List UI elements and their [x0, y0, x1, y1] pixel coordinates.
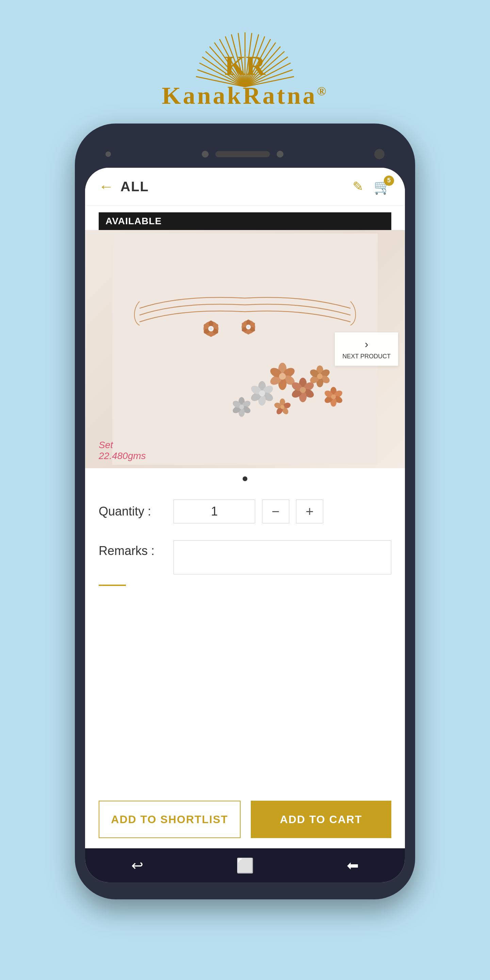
svg-point-66 [331, 395, 336, 399]
quantity-section: Quantity : − + [85, 489, 405, 533]
quantity-input[interactable] [173, 500, 255, 523]
phone-top-bar [85, 140, 405, 168]
product-type: Set [99, 440, 146, 450]
svg-point-90 [247, 326, 250, 328]
edit-button[interactable]: ✎ [353, 179, 363, 194]
nav-recent-icon[interactable]: ⬅ [347, 857, 359, 874]
add-to-cart-button[interactable]: ADD TO CART [251, 801, 391, 838]
phone-frame: ← ALL ✎ 🛒 5 AVAILABLE [75, 124, 415, 899]
dot-active [243, 476, 247, 481]
svg-text:KR: KR [224, 51, 266, 81]
svg-point-31 [279, 373, 286, 380]
svg-point-45 [259, 390, 265, 396]
sunburst-icon: KR [187, 21, 303, 89]
speaker-grille [215, 151, 270, 157]
divider [99, 585, 126, 586]
back-button[interactable]: ← [99, 178, 114, 195]
cart-badge: 5 [384, 176, 394, 186]
product-image: › NEXT PRODUCT Set 22.480gms [85, 230, 405, 468]
action-buttons-area: ADD TO SHORTLIST ADD TO CART [85, 791, 405, 848]
svg-point-81 [210, 327, 212, 330]
header-right: ✎ 🛒 5 [353, 178, 391, 195]
remarks-label: Remarks : [99, 540, 167, 558]
cart-button[interactable]: 🛒 5 [374, 178, 391, 195]
quantity-increase-button[interactable]: + [296, 500, 323, 523]
svg-point-52 [317, 374, 323, 379]
product-info-overlay: Set 22.480gms [99, 440, 146, 461]
svg-point-72 [280, 405, 285, 409]
nav-home-icon[interactable]: ⬜ [236, 857, 254, 874]
page-title: ALL [121, 179, 149, 194]
front-camera-right [374, 149, 385, 159]
quantity-label: Quantity : [99, 504, 167, 519]
product-image-area: › NEXT PRODUCT Set 22.480gms [85, 230, 405, 468]
quantity-decrease-button[interactable]: − [262, 500, 289, 523]
remarks-section: Remarks : [85, 533, 405, 581]
next-arrow-icon: › [365, 338, 369, 350]
svg-point-38 [300, 387, 306, 393]
add-to-shortlist-button[interactable]: ADD TO SHORTLIST [99, 801, 240, 838]
availability-badge: AVAILABLE [99, 212, 391, 230]
product-weight: 22.480gms [99, 450, 146, 461]
bottom-navigation: ↩ ⬜ ⬅ [85, 848, 405, 882]
logo-section: KR KanakRatna® [162, 0, 328, 110]
nav-back-icon[interactable]: ↩ [131, 857, 143, 874]
svg-point-59 [239, 404, 244, 409]
registered-symbol: ® [317, 84, 328, 98]
logo-sunburst-container: KR [187, 21, 303, 89]
sensor-dot-2 [277, 151, 283, 158]
header-left: ← ALL [99, 178, 149, 195]
next-product-button[interactable]: › NEXT PRODUCT [335, 332, 398, 366]
phone-screen: ← ALL ✎ 🛒 5 AVAILABLE [85, 168, 405, 882]
phone-sensors [202, 151, 283, 158]
front-camera-icon [105, 151, 111, 157]
sensor-dot-1 [202, 151, 208, 158]
remarks-input[interactable] [173, 540, 391, 574]
next-product-label: NEXT PRODUCT [342, 353, 391, 360]
app-header: ← ALL ✎ 🛒 5 [85, 168, 405, 205]
image-dots-indicator [85, 468, 405, 489]
